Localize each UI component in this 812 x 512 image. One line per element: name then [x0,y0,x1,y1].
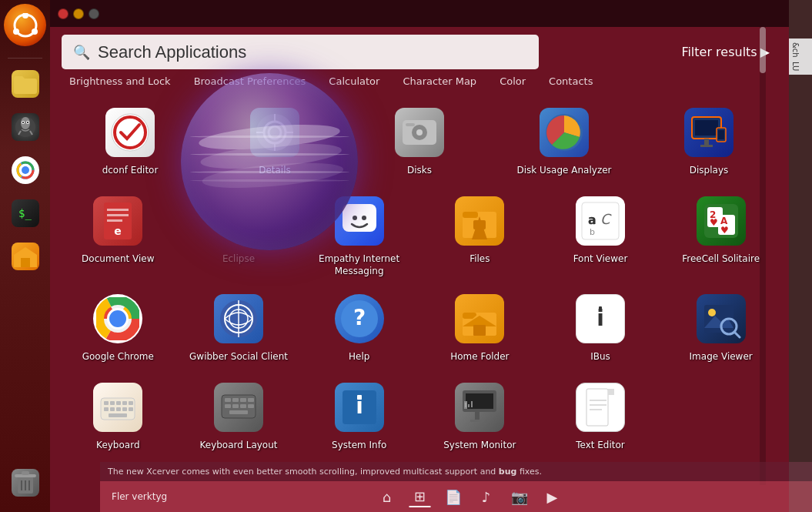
maximize-button[interactable] [89,8,99,19]
app-homefolder[interactable]: Home Folder [419,283,540,372]
svg-text:♥: ♥ [710,217,718,228]
keyboard2-icon-wrap [211,380,266,435]
svg-rect-46 [718,130,724,139]
diskusage-icon-wrap [536,105,592,160]
dconf-icon-wrap [102,105,158,160]
app-fontview[interactable]: a a C b Font Viewer [540,186,661,283]
ibus-label: IBus [590,351,610,363]
ibus-svg: i [580,299,620,339]
app-disks[interactable]: Disks [347,97,492,186]
eclipse-icon-wrap [211,193,266,249]
fontview-label: Font Viewer [573,253,628,266]
news-text: The new Xcerver comes with even better s… [108,467,542,477]
app-chrome[interactable]: Google Chrome [58,283,179,372]
docview-label: Document View [82,253,154,266]
app-help[interactable]: ? Help [299,283,419,372]
svg-rect-112 [225,398,231,402]
app-eclipse[interactable]: Eclipse [179,186,299,283]
cat-charmap[interactable]: Character Map [391,73,488,89]
homefolder-icon [455,294,504,343]
svg-rect-49 [107,214,129,216]
window-controls [58,8,99,19]
keyboard-label: Keyboard [96,440,139,452]
bottom-icons: ⌂ ⊞ 📄 ♪ 📷 ▶ [376,486,563,507]
scrollbar-thumb[interactable] [760,27,766,73]
chrome-svg-small [12,157,38,183]
cat-brightness[interactable]: Brightness and Lock [58,73,182,89]
docview-icon: e [93,196,142,246]
svg-text:b: b [590,227,595,237]
app-gwibber[interactable]: Gwibber Social Client [179,283,299,372]
cat-color[interactable]: Color [488,73,537,89]
app-files[interactable]: Files [419,186,540,283]
diskusage-label: Disk Usage Analyzer [516,165,611,177]
app-details[interactable]: Details [202,97,347,186]
cat-contacts[interactable]: Contacts [537,73,604,89]
diskusage-icon [540,108,589,157]
fontview-icon: a a C b [576,196,625,246]
freecell-icon-wrap: 2 ♥ A ♥ [693,193,749,249]
app-file2[interactable]: Text Editor [540,372,661,460]
empathy-icon-wrap [332,193,387,249]
app-docview[interactable]: e Document View [58,186,179,283]
sidebar-item-linux[interactable] [6,108,45,146]
sidebar-item-chrome[interactable] [6,151,45,189]
minimize-button[interactable] [73,8,84,19]
gwibber-icon [214,294,263,343]
svg-rect-133 [608,389,614,395]
svg-rect-120 [229,410,248,414]
bottom-apps-icon[interactable]: ⊞ [409,486,431,507]
svg-rect-102 [116,401,121,405]
svg-rect-134 [590,400,606,401]
sidebar-item-terminal[interactable]: $_ [6,194,45,233]
cat-broadcast[interactable]: Broadcast Preferences [182,73,318,89]
homefolder-svg [459,299,500,339]
bottom-files-icon[interactable]: 📄 [443,486,464,507]
eclipse-icon [214,196,263,246]
eclipse-label: Eclipse [222,253,255,266]
folder-icon [12,70,39,98]
ubuntu-button[interactable] [4,4,46,46]
bottom-video-icon[interactable]: ▶ [542,486,563,507]
sidebar-item-trash[interactable] [6,463,45,502]
homefolder-icon-wrap [452,291,507,346]
filter-label: Filter results [681,45,757,59]
details-svg [255,112,295,152]
terminal-icon: $_ [12,199,39,227]
app-grid-row2: e Document View Eclipse [50,186,789,283]
svg-rect-42 [695,120,718,136]
sidebar-item-homefolder[interactable] [6,237,45,276]
right-panel-text2: LU [791,62,800,71]
info2-icon-wrap: i [332,380,387,435]
homefolder-label: Home Folder [450,351,509,363]
freecell-svg: 2 ♥ A ♥ [701,201,741,241]
app-info2[interactable]: i System Info [299,372,419,460]
bottom-music-icon[interactable]: ♪ [476,486,497,507]
svg-text:?: ? [353,305,366,330]
sidebar-item-files[interactable] [6,65,45,103]
svg-rect-103 [122,401,127,405]
app-keyboard[interactable]: Keyboard [58,372,179,460]
cat-calculator[interactable]: Calculator [317,73,391,89]
ibus-icon-wrap: i [573,291,628,346]
freecell-icon: 2 ♥ A ♥ [697,196,746,246]
app-ibus[interactable]: i IBus [540,283,661,372]
search-bar[interactable]: 🔍 [62,35,539,69]
app-diskusage[interactable]: Disk Usage Analyzer [492,97,637,186]
svg-rect-93 [599,306,602,310]
files-label: Files [469,253,490,266]
app-empathy[interactable]: Empathy Internet Messaging [299,186,419,283]
app-monitor[interactable]: System Monitor [419,372,540,460]
keyboard-icon-wrap [90,380,145,435]
search-input[interactable] [98,42,527,62]
svg-text:e: e [115,225,122,237]
trash-svg [15,471,36,494]
bottom-home-icon[interactable]: ⌂ [376,486,398,507]
svg-rect-115 [248,398,254,402]
app-dconf[interactable]: dconf Editor [58,97,202,186]
close-button[interactable] [58,8,69,19]
svg-point-1 [22,13,28,18]
app-keyboard2[interactable]: Keyboard Layout [179,372,299,460]
displays-icon-wrap [681,105,737,160]
bottom-photo-icon[interactable]: 📷 [509,486,530,507]
